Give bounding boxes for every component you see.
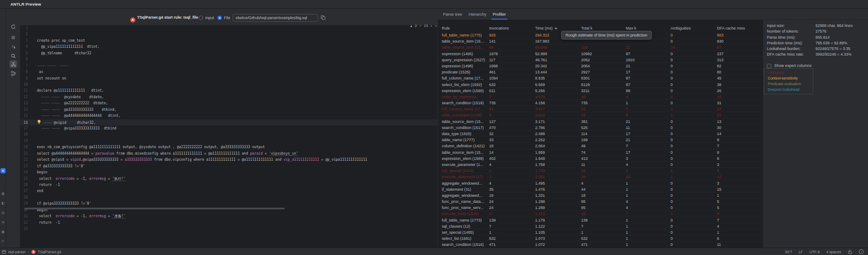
profiler-row[interactable]: expression_elem (1589)4021.948413308 <box>438 156 763 162</box>
code-line-27[interactable]: 27end <box>20 188 437 194</box>
code-line-16[interactable]: 16 ———— @vipid dtchar32, <box>20 119 437 126</box>
code-line-25[interactable]: 25 select errorcode = -1, errormsg = '执行… <box>20 176 437 182</box>
refresh-icon[interactable] <box>10 23 17 30</box>
code-line-23[interactable]: 23if @a333333333333 !='0' <box>20 163 437 169</box>
code-line-2[interactable]: 2 <box>20 31 437 37</box>
tab-hierarchy[interactable]: Hierarchy <box>467 9 488 20</box>
code-line-14[interactable]: 14 ———— ———— @a333333333333 dtkind, <box>20 107 437 113</box>
column-header-invocations[interactable]: Invocations <box>489 26 535 30</box>
file-path-field[interactable]: ebelice/Github/tsql-parser/examples/big.… <box>233 14 318 22</box>
profiler-row[interactable]: full_column_name (17..613.917535214 <box>438 106 763 112</box>
stripe-icon-5[interactable]: P <box>1 239 5 244</box>
profiler-row[interactable]: select_list (1581)6321.073632106 <box>438 235 763 242</box>
code-line-31[interactable]: 31 select errorcode = -1, errormsg = '准备… <box>20 213 437 219</box>
profiler-row[interactable]: table_source_item (15...1273.17138121013 <box>438 119 763 125</box>
profiler-row[interactable]: aggregate_windowed...181.33118101 <box>438 192 763 199</box>
breadcrumb-file[interactable]: TSqlParser.g4 <box>38 250 61 254</box>
code-line-24[interactable]: 24begin <box>20 169 437 176</box>
column-header-ambiguities[interactable]: Ambiguities <box>671 26 717 30</box>
profiler-row[interactable]: func_proc_name_serv...241.28995405 <box>438 205 763 211</box>
line-separator-indicator[interactable]: LF <box>799 250 803 254</box>
antlr-preview-stripe-button[interactable]: ≣ <box>0 168 6 173</box>
profiler-row[interactable]: search_condition (1517)4702.78652511030 <box>438 125 763 131</box>
code-line-29[interactable]: 29if @vipa333333333333 !='0' <box>20 201 437 207</box>
code-line-18[interactable]: 18 <box>20 132 437 138</box>
profiler-row[interactable]: execute_body (1545)21.21318716 <box>438 211 763 217</box>
code-line-10[interactable]: 10 <box>20 82 437 88</box>
input-radio[interactable] <box>199 16 203 20</box>
search-icon[interactable] <box>10 52 17 60</box>
column-header-dfa-cache-miss[interactable]: DFA cache miss <box>717 26 763 30</box>
profiler-table-header[interactable]: RuleInvocationsTime (ms)Total kMax kAmbi… <box>438 20 763 32</box>
profiler-row[interactable]: expression_elem (1590)6115.266321199026 <box>438 88 763 94</box>
code-line-6[interactable]: 6 <box>20 56 437 63</box>
file-radio[interactable] <box>217 16 222 20</box>
notifications-icon[interactable]: ! <box>859 249 864 254</box>
stripe-icon-0[interactable]: ▦ <box>1 191 5 196</box>
code-line-17[interactable]: 17 ———— ———— @vipa333333333333 dtkind <box>20 126 437 132</box>
profiler-row[interactable]: table_source_item (15..9663.846118111487 <box>438 44 763 50</box>
profiler-row[interactable]: data_type (1829)322.48811417014 <box>438 131 763 137</box>
prev-next-chevrons[interactable]: ∧ ∨ <box>430 24 438 28</box>
code-line-3[interactable]: 3create proc up_com_test <box>20 38 437 44</box>
show-expert-columns-label[interactable]: Show expert columns <box>774 63 812 68</box>
stripe-icon-4[interactable]: ▣ <box>1 229 5 235</box>
profiler-row[interactable]: table_source_item (15...141.959741708 <box>438 149 763 156</box>
profiler-row[interactable]: full_column_name (17...10948.63583019704… <box>438 75 763 81</box>
profiler-row[interactable]: func_proc_name_data...241.29895405 <box>438 199 763 205</box>
profiler-row[interactable]: predicate (1525)46113.444292717080 <box>438 69 763 75</box>
code-line-11[interactable]: 11declare @a1111111111111 dtint, <box>20 88 437 94</box>
indent-indicator[interactable]: 4 spaces <box>826 250 841 254</box>
inspection-widget[interactable]: ▲2 ✓23 ∧ ∨ <box>410 23 438 29</box>
code-line-32[interactable]: 32 return -1 <box>20 220 437 226</box>
encoding-indicator[interactable]: UTF-8 <box>809 250 820 254</box>
stop-icon[interactable] <box>10 34 17 41</box>
profiler-row[interactable]: execute_statement (47)31.6913910112 <box>438 174 763 180</box>
profiler-row[interactable]: order_by_expressio..74.579464416 <box>438 94 763 100</box>
profiler-row[interactable]: search_condition (1516)4711.0724711011 <box>438 242 763 248</box>
profiler-row[interactable]: column_definition (1421)182.06449707 <box>438 143 763 149</box>
code-line-9[interactable]: 9set nocount on <box>20 76 437 82</box>
profiler-table[interactable]: RuleInvocationsTime (ms)Total kMax kAmbi… <box>438 20 763 248</box>
tab-parse-tree[interactable]: Parse tree <box>442 9 464 20</box>
input-radio-label[interactable]: Input <box>205 16 214 20</box>
profiler-row[interactable]: query_expression (1527)11748.76120621910… <box>438 57 763 63</box>
profiler-row[interactable]: table_constraint (1435)83.512429121 <box>438 112 763 118</box>
code-line-33[interactable]: 33 <box>20 226 437 232</box>
profiler-row[interactable]: expression (1495)197852.99910982970237 <box>438 51 763 57</box>
lock-icon[interactable] <box>848 249 852 254</box>
column-header-time-ms-[interactable]: Time (ms) <box>535 26 581 30</box>
code-line-7[interactable]: 7———— ———— ———— <box>20 63 437 69</box>
breadcrumb-project[interactable]: tsql-parser <box>8 250 26 254</box>
code-line-8[interactable]: 8 as <box>20 69 437 75</box>
parse-tree-icon[interactable] <box>10 70 17 77</box>
column-header-total-k[interactable]: Total k <box>581 26 626 30</box>
editor-horizontal-scrollbar[interactable] <box>24 208 285 209</box>
profiler-row[interactable]: select_list_elem (1592)6326.669612997038 <box>438 82 763 88</box>
code-line-15[interactable]: 15 ———— ———— @a4444444444444444 dtint, <box>20 113 437 119</box>
tab-profiler[interactable]: Profiler <box>491 9 507 20</box>
stripe-icon-2[interactable]: ▤ <box>1 210 5 215</box>
profiler-row[interactable]: full_table_name (1773)1391.179139107 <box>438 217 763 223</box>
column-header-rule[interactable]: Rule <box>442 26 489 30</box>
code-line-1[interactable]: 1 <box>20 25 437 31</box>
profiler-row[interactable]: sql_special (1443)11.72916319 <box>438 168 763 174</box>
profiler-row[interactable]: table_name (1777)332.2521992109 <box>438 137 763 143</box>
stripe-icon-3[interactable]: ⊞ <box>1 220 5 225</box>
profiler-row[interactable]: aggregate_windowed...41.4954103 <box>438 180 763 186</box>
code-line-28[interactable]: 28 <box>20 195 437 201</box>
intention-bulb-icon[interactable] <box>37 121 41 125</box>
code-line-4[interactable]: 4 @p_vipa1111111111111 dtint, <box>20 44 437 50</box>
show-expert-columns-checkbox[interactable] <box>767 64 771 68</box>
file-radio-label[interactable]: File <box>224 16 230 20</box>
profiler-row[interactable]: search_condition (1519)7354.1587351031 <box>438 100 763 106</box>
copy-path-icon[interactable] <box>321 15 326 20</box>
code-line-21[interactable]: 21select @a4444444444444444 = paravalue … <box>20 151 437 157</box>
code-line-13[interactable]: 13 ———— ———— @a2222222222 dtdate, <box>20 100 437 106</box>
code-line-5[interactable]: 5 @p_tblname dtchar32 <box>20 50 437 56</box>
profiler-row[interactable]: set_special (1485)11.1051101 <box>438 229 763 235</box>
code-line-19[interactable]: 19 <box>20 138 437 144</box>
profiler-row[interactable]: expression (1498)199820.342206421082 <box>438 63 763 69</box>
column-header-max-k[interactable]: Max k <box>626 26 671 30</box>
code-editor[interactable]: 123create proc up_com_test4 @p_vipa11111… <box>20 25 437 248</box>
